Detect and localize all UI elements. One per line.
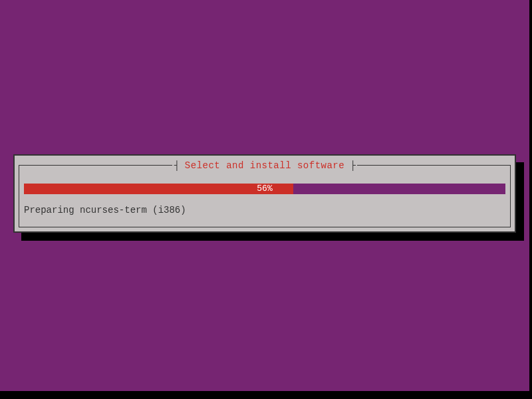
install-dialog: ┤ Select and install software ├ 56% Prep… [13,154,516,233]
screen-edge-right [529,0,532,399]
progress-bar: 56% [24,184,505,194]
title-bracket-right: ├ [348,160,356,171]
dialog-title-wrap: ┤ Select and install software ├ [15,160,515,171]
title-bracket-left: ┤ [172,160,180,171]
dialog-title: Select and install software [181,160,348,171]
progress-percent-label: 56% [24,184,505,194]
dialog-frame [19,165,511,227]
screen-edge-bottom [0,391,532,399]
status-text: Preparing ncurses-term (i386) [24,205,186,215]
